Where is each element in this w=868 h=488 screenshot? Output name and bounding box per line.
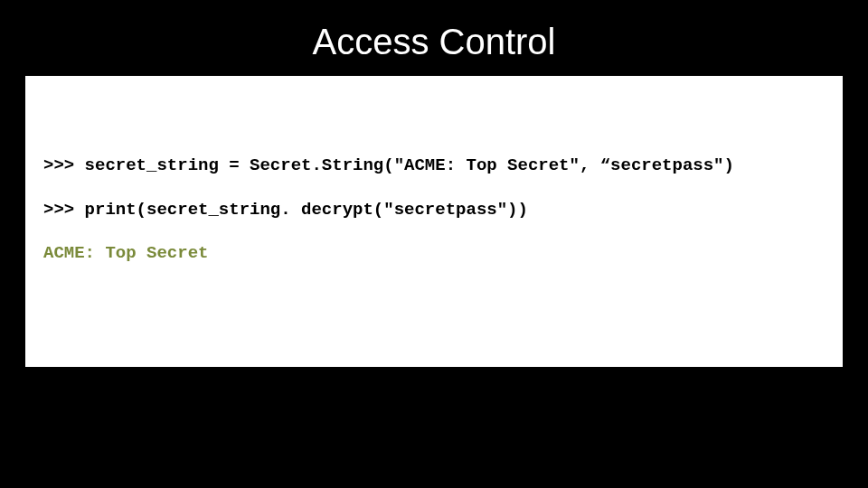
code-line-2: >>> print(secret_string. decrypt("secret… (43, 198, 825, 222)
slide: Access Control >>> secret_string = Secre… (0, 0, 868, 488)
slide-title: Access Control (0, 22, 868, 62)
code-line-1: >>> secret_string = Secret.String("ACME:… (43, 154, 825, 178)
code-output: ACME: Top Secret (43, 241, 825, 266)
code-block: >>> secret_string = Secret.String("ACME:… (25, 76, 843, 367)
